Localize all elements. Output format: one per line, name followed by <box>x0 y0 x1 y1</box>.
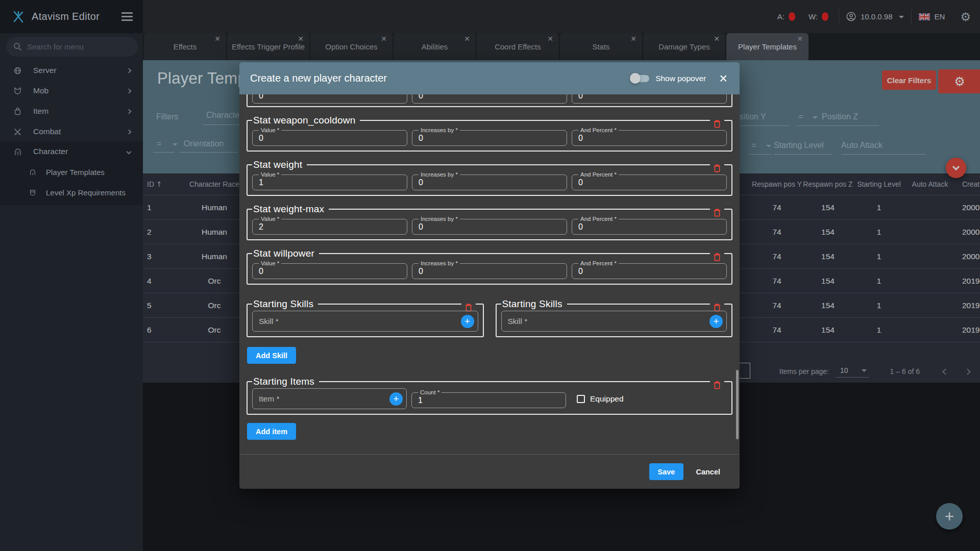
increases-by-input[interactable] <box>416 94 562 101</box>
and-percent-field: And Percent * <box>572 94 727 104</box>
stat-section-weight: Stat weight Value * Increases by * And P… <box>247 159 732 196</box>
skill-input[interactable] <box>504 317 705 326</box>
value-field: Value * <box>252 171 407 190</box>
delete-item-icon[interactable] <box>710 381 724 389</box>
stat-section-title: Stat weight-max <box>252 204 329 215</box>
increases-by-input[interactable] <box>416 133 562 143</box>
equipped-label: Equipped <box>590 394 624 404</box>
and-percent-field: And Percent * <box>572 171 727 190</box>
save-button[interactable]: Save <box>649 463 684 480</box>
starting-items-section: Starting Items + Count * Equipped <box>247 376 732 415</box>
stat-section-title: Stat willpower <box>252 248 319 259</box>
and-percent-input[interactable] <box>576 94 722 101</box>
increases-by-field: Increases by * <box>412 216 567 235</box>
close-icon[interactable]: × <box>719 73 727 84</box>
stat-section-partial: Value * Increases by * And Percent * <box>247 94 732 107</box>
show-popover-toggle[interactable] <box>631 75 649 82</box>
stat-section-title: Stat weight <box>252 159 307 170</box>
item-field: + <box>252 388 407 409</box>
starting-skills-section: Starting Skills + <box>496 298 733 337</box>
increases-by-field: Increases by * <box>412 94 567 104</box>
stat-section-title: Stat weapon_cooldown <box>252 115 360 126</box>
and-percent-field: And Percent * <box>572 127 727 146</box>
add-plus-icon[interactable]: + <box>389 392 403 406</box>
and-percent-input[interactable] <box>576 178 722 187</box>
modal-header: Create a new player character Show popov… <box>239 62 740 94</box>
increases-by-input[interactable] <box>416 266 562 276</box>
stat-section-weapon-cooldown: Stat weapon_cooldown Value * Increases b… <box>247 115 732 152</box>
delete-stat-icon[interactable] <box>710 209 724 217</box>
skill-field: + <box>252 311 478 332</box>
equipped-checkbox[interactable] <box>577 395 585 403</box>
and-percent-input[interactable] <box>576 266 722 276</box>
section-title: Starting Skills <box>252 298 318 310</box>
delete-stat-icon[interactable] <box>710 253 724 261</box>
and-percent-input[interactable] <box>576 222 722 232</box>
value-input[interactable] <box>257 94 403 101</box>
and-percent-input[interactable] <box>576 133 722 143</box>
increases-by-input[interactable] <box>416 222 562 232</box>
screen: Atavism Editor Server <box>0 0 980 551</box>
and-percent-field: And Percent * <box>572 216 727 235</box>
modal-scrollbar[interactable] <box>736 370 739 439</box>
cancel-button[interactable]: Cancel <box>689 468 727 476</box>
value-field: Value * <box>252 127 407 146</box>
item-input[interactable] <box>255 394 385 404</box>
increases-by-input[interactable] <box>416 178 562 187</box>
toggle-knob <box>630 73 641 84</box>
stat-section-willpower: Stat willpower Value * Increases by * An… <box>247 248 732 285</box>
delete-stat-icon[interactable] <box>710 120 724 128</box>
value-field: Value * <box>252 94 407 104</box>
increases-by-field: Increases by * <box>412 260 567 279</box>
add-item-button[interactable]: Add item <box>247 423 296 440</box>
value-input[interactable] <box>257 222 403 232</box>
delete-stat-icon[interactable] <box>710 164 724 172</box>
modal-footer: Save Cancel <box>239 454 740 489</box>
value-input[interactable] <box>257 266 403 276</box>
section-title: Starting Skills <box>501 298 567 310</box>
increases-by-field: Increases by * <box>412 171 567 190</box>
add-skill-button[interactable]: Add Skill <box>247 347 296 364</box>
modal-body: Value * Increases by * And Percent * Sta… <box>239 94 740 454</box>
skill-input[interactable] <box>255 317 456 326</box>
value-input[interactable] <box>257 178 403 187</box>
increases-by-field: Increases by * <box>412 127 567 146</box>
skill-field: + <box>501 311 727 332</box>
show-popover-label: Show popover <box>655 74 706 83</box>
add-plus-icon[interactable]: + <box>461 315 474 328</box>
count-input[interactable] <box>416 395 561 405</box>
modal-title: Create a new player character <box>250 72 631 84</box>
count-field: Count * <box>411 389 566 408</box>
value-input[interactable] <box>257 133 403 143</box>
and-percent-field: And Percent * <box>572 260 727 279</box>
add-plus-icon[interactable]: + <box>709 315 723 328</box>
value-field: Value * <box>252 216 407 235</box>
section-title: Starting Items <box>252 376 319 387</box>
value-field: Value * <box>252 260 407 279</box>
starting-skills-section: Starting Skills + <box>247 298 484 337</box>
stat-section-weight-max: Stat weight-max Value * Increases by * A… <box>247 204 732 240</box>
create-player-modal: Create a new player character Show popov… <box>239 62 740 489</box>
equipped-checkbox-group: Equipped <box>577 394 624 404</box>
